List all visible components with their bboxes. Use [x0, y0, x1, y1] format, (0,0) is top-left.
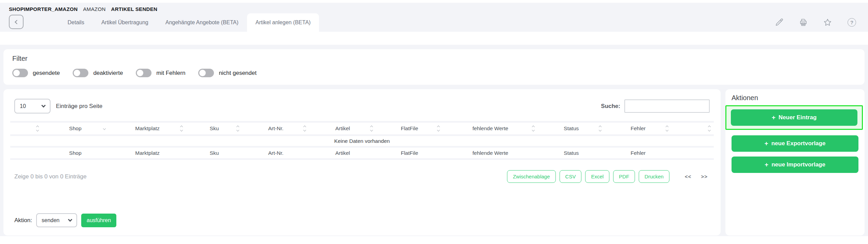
tab-artikel-anlegen[interactable]: Artikel anlegen (BETA)	[247, 13, 319, 32]
sort-icon	[237, 126, 239, 131]
toggle-knob	[13, 70, 20, 76]
column-header-fehlende-werte[interactable]: fehlende Werte	[443, 125, 538, 132]
column-header-sku[interactable]: Sku	[186, 125, 242, 132]
back-button[interactable]	[9, 15, 24, 29]
breadcrumb-module: SHOPIMPORTER_AMAZON	[9, 6, 78, 12]
execute-button[interactable]: ausführen	[81, 214, 116, 227]
column-header-artnr[interactable]: Art-Nr.	[242, 125, 309, 132]
highlight-frame: + Neuer Eintrag	[725, 105, 863, 130]
column-header-shop[interactable]: Shop	[42, 125, 109, 132]
sort-icon	[437, 126, 439, 131]
actions-panel: Aktionen + Neuer Eintrag + neue Exportvo…	[725, 89, 865, 235]
favorite-star-icon[interactable]	[823, 18, 832, 27]
column-label: Status	[564, 125, 579, 131]
toggle-knob	[137, 70, 143, 76]
action-select-value: senden	[42, 217, 60, 223]
toggle-label: nicht gesendet	[219, 70, 257, 77]
search-input[interactable]	[624, 99, 710, 113]
button-label: Neuer Eintrag	[779, 114, 816, 121]
search-label: Suche:	[601, 103, 620, 110]
tabs: Details Artikel Übertragung Angehängte A…	[59, 13, 319, 32]
tab-panel-spacer	[0, 32, 868, 45]
column-header-status[interactable]: Status	[538, 125, 605, 132]
pagination-prev[interactable]: <<	[685, 174, 692, 179]
button-wrap: + neue Exportvorlage	[732, 135, 858, 152]
toggle-label: deaktivierte	[93, 70, 123, 77]
footer-cell-status: Status	[538, 150, 605, 156]
new-import-template-button[interactable]: + neue Importvorlage	[732, 157, 858, 173]
page-size-select[interactable]: 10	[14, 99, 50, 113]
page-size-label: Einträge pro Seite	[56, 103, 102, 110]
column-header-fehler[interactable]: Fehler	[605, 125, 671, 132]
toggle-deaktivierte: deaktivierte	[73, 69, 123, 77]
action-label: Aktion:	[14, 217, 32, 224]
export-pdf-button[interactable]: PDF	[613, 170, 635, 183]
table-controls: 10 Einträge pro Seite Suche:	[14, 99, 710, 113]
actions-title: Aktionen	[732, 94, 858, 102]
sort-icon	[708, 126, 710, 131]
plus-icon: +	[765, 140, 768, 147]
help-glyph: ?	[848, 18, 856, 27]
footer-cell-sku: Sku	[186, 150, 242, 156]
action-select[interactable]: senden	[36, 213, 77, 227]
toolbar-icons: ?	[775, 18, 856, 27]
new-export-template-button[interactable]: + neue Exportvorlage	[732, 135, 858, 152]
table-empty-row: Keine Daten vorhanden	[10, 136, 714, 146]
sort-icon	[37, 126, 39, 131]
toggle-switch-gesendete[interactable]	[12, 69, 28, 77]
toggle-switch-deaktivierte[interactable]	[73, 69, 88, 77]
tab-details[interactable]: Details	[59, 13, 93, 32]
edit-pencil-icon[interactable]	[775, 18, 784, 27]
footer-cell-shop: Shop	[42, 150, 109, 156]
breadcrumb-page: ARTIKEL SENDEN	[111, 6, 158, 12]
sort-icon	[371, 126, 373, 131]
top-edge	[0, 0, 868, 3]
breadcrumb-account: AMAZON	[83, 6, 106, 12]
sort-desc-icon	[103, 127, 105, 130]
export-buttons: Zwischenablage CSV Excel PDF Drucken << …	[507, 170, 710, 183]
search-area: Suche:	[601, 99, 710, 113]
column-header-marktplatz[interactable]: Marktplatz	[109, 125, 186, 132]
footer-cell-fehlende-werte: fehlende Werte	[443, 150, 538, 156]
column-label: Art-Nr.	[268, 125, 284, 131]
new-entry-button[interactable]: + Neuer Eintrag	[731, 109, 857, 126]
sort-icon	[180, 126, 183, 131]
data-table: Shop Marktplatz Sku Art-Nr.	[10, 121, 714, 160]
filter-title: Filter	[12, 55, 856, 63]
sort-icon	[304, 126, 306, 131]
tab-angehaengte-angebote[interactable]: Angehängte Angebote (BETA)	[157, 13, 247, 32]
sort-icon	[666, 126, 668, 131]
column-label: Artikel	[335, 125, 350, 131]
toggle-switch-mit-fehlern[interactable]	[136, 69, 151, 77]
row-separator	[10, 158, 714, 160]
column-header-flatfile[interactable]: FlatFile	[376, 125, 443, 132]
footer-cell-marktplatz: Marktplatz	[109, 150, 186, 156]
button-wrap: + neue Importvorlage	[732, 157, 858, 173]
toggle-knob	[199, 70, 206, 76]
tab-artikel-uebertragung[interactable]: Artikel Übertragung	[93, 13, 157, 32]
footer-cell-fehler: Fehler	[605, 150, 671, 156]
main-row: 10 Einträge pro Seite Suche: Shop	[3, 89, 865, 235]
page-size-value: 10	[20, 103, 26, 109]
footer-cell-artnr: Art-Nr.	[242, 150, 309, 156]
tab-bar: Details Artikel Übertragung Angehängte A…	[0, 13, 868, 32]
table-info-row: Zeige 0 bis 0 von 0 Einträge Zwischenabl…	[14, 170, 710, 183]
footer-cell-artikel: Artikel	[309, 150, 376, 156]
print-table-button[interactable]: Drucken	[639, 170, 669, 183]
column-label: Sku	[210, 125, 219, 131]
filter-toggles: gesendete deaktivierte mit Fehlern nicht…	[12, 69, 856, 77]
plus-icon: +	[765, 161, 768, 168]
export-excel-button[interactable]: Excel	[585, 170, 609, 183]
toggle-switch-nicht-gesendet[interactable]	[198, 69, 214, 77]
empty-message: Keine Daten vorhanden	[334, 138, 390, 144]
help-icon[interactable]: ?	[847, 18, 856, 27]
toggle-label: gesendete	[33, 70, 60, 77]
print-icon[interactable]	[799, 18, 808, 27]
export-csv-button[interactable]: CSV	[560, 170, 582, 183]
pagination-next[interactable]: >>	[701, 174, 708, 179]
copy-clipboard-button[interactable]: Zwischenablage	[507, 170, 555, 183]
toggle-nicht-gesendet: nicht gesendet	[198, 69, 257, 77]
filter-card: Filter gesendete deaktivierte mit Fehler…	[3, 49, 865, 85]
column-label: Marktplatz	[135, 125, 160, 131]
column-header-artikel[interactable]: Artikel	[309, 125, 376, 132]
